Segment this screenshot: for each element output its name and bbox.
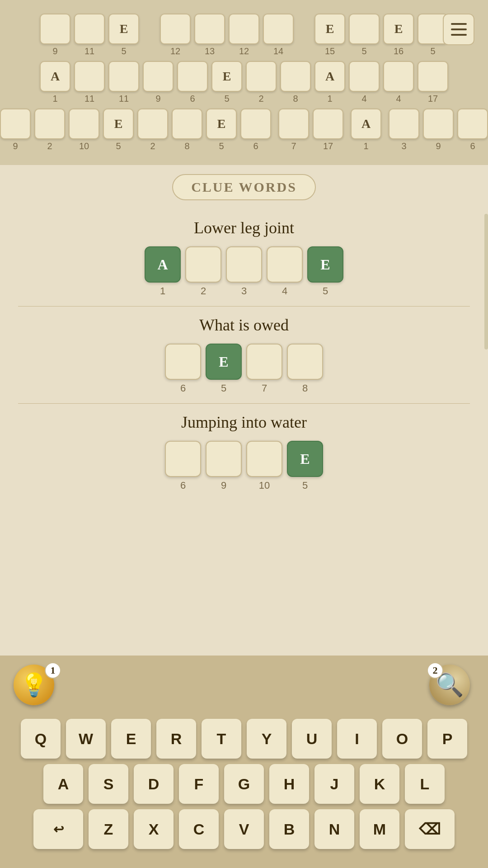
key-u[interactable]: U [292,719,332,759]
puzzle-cell-num: 8 [184,141,189,151]
keyboard-row-3: ↩ Z X C V B N M ⌫ [9,809,479,849]
puzzle-cell[interactable] [383,61,414,92]
puzzle-cell[interactable] [34,108,65,139]
key-e[interactable]: E [111,719,151,759]
puzzle-cell[interactable]: E [103,108,134,139]
puzzle-cell-num: 9 [155,94,160,104]
puzzle-cell-num: 1 [327,94,332,104]
puzzle-cell[interactable]: A [40,61,70,92]
keyboard-area: 💡 1 2 🔍 Q W E R T Y U I O P A S D F G H … [0,656,488,868]
puzzle-cell[interactable] [194,14,225,44]
clue-cell-blank[interactable] [246,344,282,380]
key-d[interactable]: D [134,764,174,804]
puzzle-cell[interactable] [143,61,174,92]
puzzle-cell[interactable] [280,61,311,92]
clue-cell-blank[interactable] [165,344,201,380]
puzzle-cell[interactable] [246,61,277,92]
key-q[interactable]: Q [21,719,61,759]
key-n[interactable]: N [314,809,354,849]
key-j[interactable]: J [314,764,354,804]
clue-cell-blank[interactable] [267,246,303,283]
puzzle-row-3: 9 2 10 E 5 2 8 E 5 6 [9,108,479,151]
key-back[interactable]: ↩ [33,809,83,849]
puzzle-cell[interactable] [240,108,271,139]
puzzle-cell[interactable]: A [351,108,381,139]
key-f[interactable]: F [179,764,219,804]
key-backspace[interactable]: ⌫ [405,809,455,849]
key-r[interactable]: R [156,719,196,759]
puzzle-cell[interactable] [69,108,99,139]
clue-cell-blank[interactable] [185,246,221,283]
clue-cell-a1[interactable]: A [145,246,181,283]
key-k[interactable]: K [360,764,399,804]
puzzle-cell[interactable] [349,14,380,44]
clue-cell-e5[interactable]: E [287,441,323,477]
clue-cell-blank[interactable] [226,246,262,283]
puzzle-cell[interactable] [74,61,105,92]
clue-cell-num: 2 [201,285,206,297]
key-o[interactable]: O [382,719,422,759]
key-s[interactable]: S [89,764,128,804]
puzzle-cell-wrap: 7 [278,108,309,151]
puzzle-cell[interactable] [160,14,191,44]
key-a[interactable]: A [43,764,83,804]
key-v[interactable]: V [224,809,264,849]
puzzle-cell[interactable] [349,61,380,92]
key-i[interactable]: I [337,719,377,759]
key-g[interactable]: G [224,764,264,804]
puzzle-cell[interactable] [457,108,488,139]
puzzle-cell[interactable] [40,14,70,44]
puzzle-cell-wrap: 17 [418,61,448,104]
puzzle-cell[interactable] [278,108,309,139]
puzzle-cell[interactable] [137,108,168,139]
key-p[interactable]: P [427,719,467,759]
key-y[interactable]: Y [247,719,286,759]
clue-cell-wrap: 7 [246,344,282,394]
puzzle-cell[interactable] [229,14,259,44]
puzzle-cell[interactable]: E [108,14,139,44]
magnify-button[interactable]: 2 🔍 [429,665,474,710]
key-b[interactable]: B [269,809,309,849]
key-l[interactable]: L [405,764,445,804]
clue-cell-e5[interactable]: E [206,344,242,380]
clue-cell-e5[interactable]: E [307,246,343,283]
puzzle-cell[interactable] [418,61,448,92]
key-z[interactable]: Z [89,809,128,849]
clue-cell-blank[interactable] [165,441,201,477]
menu-button[interactable] [443,14,474,45]
clue-cell-num: 5 [323,285,328,297]
key-w[interactable]: W [66,719,106,759]
puzzle-cell[interactable] [177,61,208,92]
clue-cells-row-2: 6 E 5 7 8 [18,344,470,394]
clue-cell-wrap: 10 [246,441,282,491]
key-m[interactable]: M [360,809,399,849]
clue-cell-blank[interactable] [206,441,242,477]
puzzle-cell[interactable] [172,108,202,139]
clue-cell-wrap: E 5 [287,441,323,491]
key-x[interactable]: X [134,809,174,849]
puzzle-cell[interactable]: E [211,61,242,92]
puzzle-cell[interactable]: E [314,14,345,44]
puzzle-cell[interactable] [389,108,419,139]
puzzle-cell[interactable] [423,108,454,139]
menu-line-2 [451,28,467,30]
clue-cell-blank[interactable] [287,344,323,380]
hint-button[interactable]: 💡 1 [14,665,59,710]
puzzle-cell[interactable]: E [206,108,237,139]
key-h[interactable]: H [269,764,309,804]
puzzle-cell[interactable] [74,14,105,44]
puzzle-cell[interactable] [108,61,139,92]
puzzle-cell[interactable] [0,108,31,139]
puzzle-cell[interactable]: E [383,14,414,44]
puzzle-cell-num: 6 [470,141,475,151]
puzzle-cell-wrap: E 15 [314,14,345,57]
puzzle-cell[interactable] [263,14,294,44]
puzzle-cell[interactable]: A [314,61,345,92]
puzzle-cell-wrap: 11 [108,61,139,104]
clue-cell-blank[interactable] [246,441,282,477]
key-t[interactable]: T [202,719,241,759]
puzzle-cell-wrap: A 1 [351,108,381,151]
key-c[interactable]: C [179,809,219,849]
puzzle-cell-num: 12 [170,46,180,57]
puzzle-cell[interactable] [313,108,343,139]
